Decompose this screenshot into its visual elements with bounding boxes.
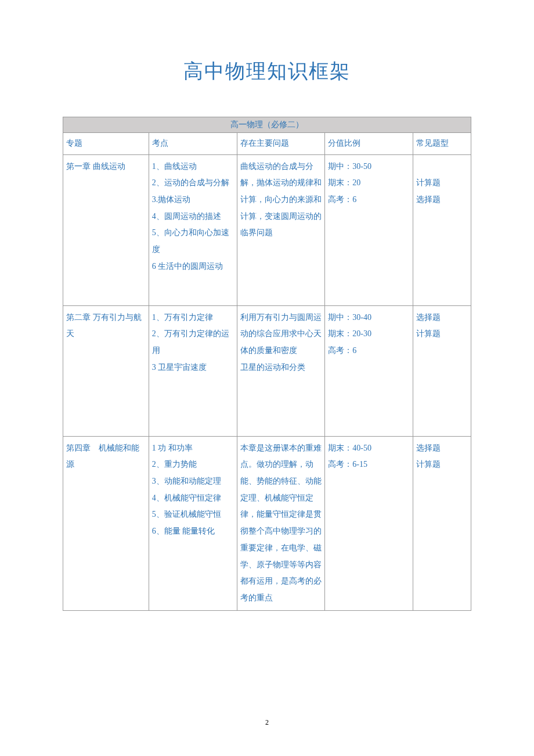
physics-framework-table: 高一物理（必修二） 专题 考点 存在主要问题 分值比例 常见题型 第一章 曲线运… (63, 117, 471, 611)
cell-problems: 本章是这册课本的重难点。做功的理解，动能、势能的特征、动能定理、机械能守恒定律，… (237, 436, 325, 610)
cell-score: 期末：40-50高考：6-15 (325, 436, 413, 610)
cell-topic: 第四章 机械能和能源 (63, 436, 149, 610)
cell-problems: 利用万有引力与圆周运动的综合应用求中心天体的质量和密度卫星的运动和分类 (237, 305, 325, 436)
cell-points: 1 功 和功率2、重力势能3、动能和动能定理4、机械能守恒定律 5、验证机械能守… (149, 436, 237, 610)
cell-types: 计算题选择题 (413, 154, 471, 305)
cell-topic: 第一章 曲线运动 (63, 154, 149, 305)
table-row: 第一章 曲线运动 1、曲线运动2、运动的合成与分解3.抛体运动4、圆周运动的描述… (63, 154, 471, 305)
cell-points: 1、万有引力定律2、万有引力定律的运用3 卫星宇宙速度 (149, 305, 237, 436)
page-number: 2 (0, 718, 534, 727)
table-main-header: 高一物理（必修二） (63, 117, 471, 133)
cell-types: 选择题计算题 (413, 305, 471, 436)
cell-points: 1、曲线运动2、运动的合成与分解3.抛体运动4、圆周运动的描述5、向心力和向心加… (149, 154, 237, 305)
col-header-points: 考点 (149, 133, 237, 155)
col-header-score: 分值比例 (325, 133, 413, 155)
col-header-problems: 存在主要问题 (237, 133, 325, 155)
table-row: 第四章 机械能和能源 1 功 和功率2、重力势能3、动能和动能定理4、机械能守恒… (63, 436, 471, 610)
col-header-types: 常见题型 (413, 133, 471, 155)
cell-types: 选择题计算题 (413, 436, 471, 610)
cell-score: 期中：30-50期末：20高考：6 (325, 154, 413, 305)
col-header-topic: 专题 (63, 133, 149, 155)
cell-problems: 曲线运动的合成与分解，抛体运动的规律和计算，向心力的来源和计算，变速圆周运动的临… (237, 154, 325, 305)
cell-score: 期中：30-40期末：20-30高考：6 (325, 305, 413, 436)
cell-topic: 第二章 万有引力与航天 (63, 305, 149, 436)
table-row: 第二章 万有引力与航天 1、万有引力定律2、万有引力定律的运用3 卫星宇宙速度 … (63, 305, 471, 436)
page-title: 高中物理知识框架 (63, 58, 471, 85)
